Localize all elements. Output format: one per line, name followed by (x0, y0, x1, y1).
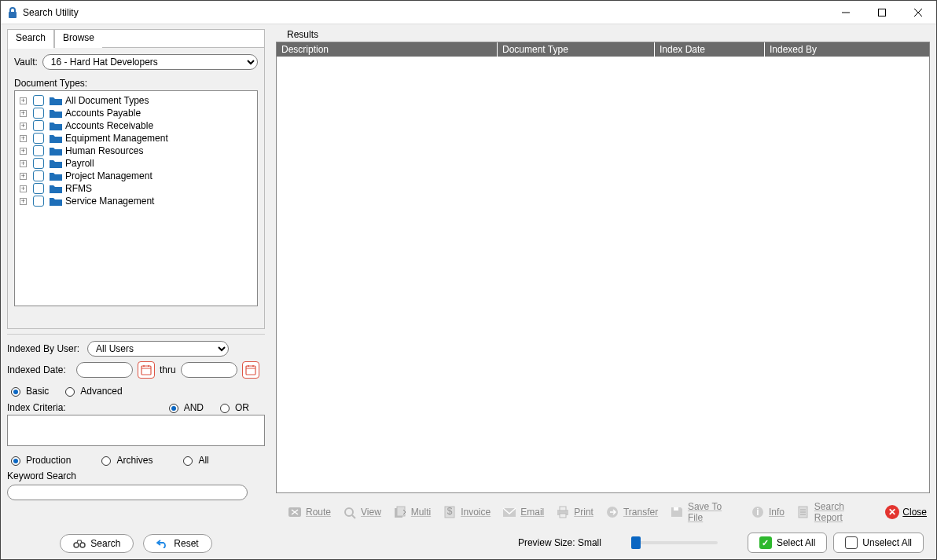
preview-size-label: Preview Size: Small (518, 537, 601, 548)
tree-checkbox[interactable] (33, 158, 44, 169)
route-button[interactable]: Route (284, 503, 334, 521)
svg-rect-24 (560, 507, 566, 511)
tree-item[interactable]: +Service Management (18, 195, 254, 207)
thru-label: thru (160, 364, 176, 375)
minimize-button[interactable] (828, 1, 864, 24)
reset-button[interactable]: Reset (143, 534, 211, 553)
advanced-radio[interactable]: Advanced (61, 385, 122, 397)
or-radio[interactable]: OR (216, 401, 249, 413)
svg-text:$: $ (447, 506, 453, 517)
svg-rect-25 (560, 514, 566, 518)
vault-label: Vault: (14, 57, 38, 68)
col-indexed-by[interactable]: Indexed By (764, 42, 866, 57)
undo-icon (156, 539, 169, 548)
multi-button[interactable]: Multi (389, 503, 434, 521)
col-index-date[interactable]: Index Date (654, 42, 764, 57)
select-all-button[interactable]: ✓ Select All (748, 533, 827, 553)
slider-thumb-icon[interactable] (631, 536, 641, 549)
lock-icon (7, 6, 18, 19)
svg-point-14 (80, 543, 85, 547)
svg-text:i: i (756, 507, 759, 518)
keyword-label: Keyword Search (7, 470, 265, 481)
expand-icon[interactable]: + (20, 173, 27, 180)
window-title: Search Utility (23, 7, 79, 18)
archives-radio[interactable]: Archives (97, 454, 152, 466)
folder-icon (50, 171, 62, 181)
tree-item[interactable]: +Payroll (18, 157, 254, 170)
tab-search[interactable]: Search (8, 30, 54, 48)
expand-icon[interactable]: + (20, 123, 27, 130)
binoculars-icon (73, 539, 86, 548)
tree-checkbox[interactable] (33, 196, 44, 207)
tree-item[interactable]: +Accounts Receivable (18, 119, 254, 132)
tree-item[interactable]: +Project Management (18, 170, 254, 182)
expand-icon[interactable]: + (20, 198, 27, 205)
all-radio[interactable]: All (179, 454, 208, 466)
title-bar: Search Utility (1, 1, 936, 24)
indexed-by-label: Indexed By User: (7, 343, 83, 354)
calendar-from-button[interactable] (138, 361, 155, 379)
svg-rect-9 (246, 366, 255, 375)
col-doc-type[interactable]: Document Type (497, 42, 654, 57)
tree-checkbox[interactable] (33, 183, 44, 194)
folder-icon (50, 96, 62, 105)
empty-checkbox-icon (845, 536, 858, 549)
check-icon: ✓ (759, 536, 772, 549)
search-button[interactable]: Search (60, 534, 134, 553)
expand-icon[interactable]: + (20, 135, 27, 142)
svg-rect-0 (9, 12, 17, 18)
folder-icon (50, 159, 62, 168)
expand-icon[interactable]: + (20, 110, 27, 117)
view-button[interactable]: View (339, 503, 384, 521)
close-window-button[interactable] (900, 1, 936, 24)
app-window: Search Utility Search Browse Vault: 16 -… (0, 0, 937, 560)
date-from-input[interactable] (76, 362, 133, 378)
tree-checkbox[interactable] (33, 145, 44, 156)
unselect-all-button[interactable]: Unselect All (833, 533, 924, 553)
expand-icon[interactable]: + (20, 97, 27, 104)
expand-icon[interactable]: + (20, 160, 27, 167)
svg-rect-2 (879, 9, 886, 16)
tab-strip: Search Browse (7, 29, 265, 48)
email-button[interactable]: Email (498, 503, 547, 521)
and-radio[interactable]: AND (165, 401, 204, 413)
vault-select[interactable]: 16 - Hard Hat Developers (42, 54, 258, 70)
index-criteria-label: Index Criteria: (7, 402, 66, 413)
tree-checkbox[interactable] (33, 133, 44, 144)
preview-size-slider[interactable] (631, 541, 718, 544)
transfer-button[interactable]: Transfer (601, 503, 661, 521)
calendar-to-button[interactable] (242, 361, 259, 379)
col-description[interactable]: Description (277, 42, 497, 57)
expand-icon[interactable]: + (20, 185, 27, 192)
close-icon: ✕ (885, 505, 899, 519)
date-to-input[interactable] (181, 362, 237, 378)
tree-checkbox[interactable] (33, 120, 44, 131)
tree-checkbox[interactable] (33, 108, 44, 119)
invoice-button[interactable]: $Invoice (439, 503, 494, 521)
maximize-button[interactable] (864, 1, 900, 24)
document-types-tree[interactable]: +All Document Types +Accounts Payable +A… (14, 90, 258, 306)
print-button[interactable]: Print (552, 503, 597, 521)
info-button[interactable]: iInfo (747, 503, 788, 521)
index-criteria-box[interactable] (7, 415, 265, 446)
tree-item[interactable]: +Accounts Payable (18, 107, 254, 119)
tree-item[interactable]: +All Document Types (18, 94, 254, 107)
tree-item[interactable]: +Human Resources (18, 145, 254, 157)
tree-checkbox[interactable] (33, 170, 44, 181)
tab-browse[interactable]: Browse (54, 30, 102, 48)
keyword-input[interactable] (7, 485, 248, 500)
tree-checkbox[interactable] (33, 95, 44, 106)
expand-icon[interactable]: + (20, 148, 27, 155)
close-button[interactable]: ✕Close (882, 503, 930, 521)
tree-item[interactable]: +RFMS (18, 182, 254, 195)
search-report-button[interactable]: Search Report (792, 500, 877, 525)
indexed-by-select[interactable]: All Users (87, 341, 229, 357)
results-grid[interactable]: Description Document Type Index Date Ind… (276, 42, 930, 493)
tree-item[interactable]: +Equipment Management (18, 132, 254, 145)
basic-radio[interactable]: Basic (7, 385, 49, 397)
folder-icon (50, 184, 62, 193)
document-types-label: Document Types: (14, 78, 258, 89)
save-to-file-button[interactable]: Save To File (666, 500, 742, 525)
production-radio[interactable]: Production (7, 454, 71, 466)
svg-point-13 (74, 543, 79, 547)
